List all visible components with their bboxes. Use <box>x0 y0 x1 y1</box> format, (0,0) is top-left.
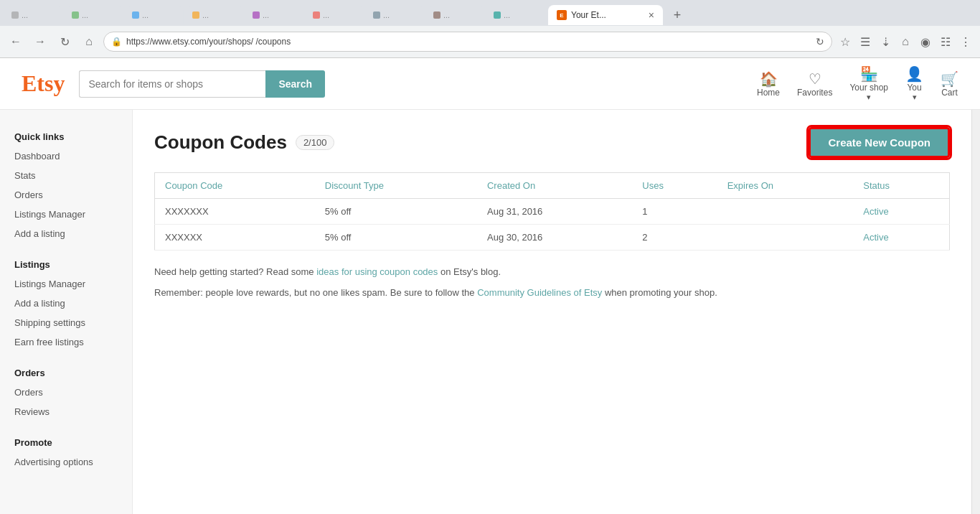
search-input[interactable] <box>79 70 265 98</box>
row2-status[interactable]: Active <box>863 232 888 243</box>
you-chevron: ▾ <box>913 93 917 102</box>
bg-tab-7[interactable]: ... <box>367 6 425 24</box>
sidebar-item-stats[interactable]: Stats <box>0 166 132 185</box>
new-tab-button[interactable]: + <box>667 5 687 25</box>
nav-icons: ☆ ☰ ⇣ ⌂ ◉ ☷ ⋮ <box>837 33 974 50</box>
bookmark-icon[interactable]: ☆ <box>837 33 854 50</box>
browser-home-icon[interactable]: ⌂ <box>897 33 914 50</box>
download-icon[interactable]: ⇣ <box>877 33 894 50</box>
col-status: Status <box>853 173 949 199</box>
help-link-guidelines[interactable]: Community Guidelines of Etsy <box>477 287 602 298</box>
bg-tab-1[interactable]: ... <box>6 6 63 24</box>
main-layout: Quick links Dashboard Stats Orders Listi… <box>0 110 980 514</box>
nav-you[interactable]: 👤 You ▾ <box>905 65 923 102</box>
sidebar-item-add-listing-ql[interactable]: Add a listing <box>0 224 132 243</box>
header-nav: 🏠 Home ♡ Favorites 🏪 Your shop ▾ 👤 You ▾… <box>757 65 958 102</box>
shield-icon[interactable]: ◉ <box>917 33 934 50</box>
row2-uses: 2 <box>632 225 717 251</box>
row1-expires-on <box>717 199 854 225</box>
sidebar-section-listings: Listings <box>0 252 132 274</box>
page-title-row: Coupon Codes 2/100 Create New Coupon <box>154 127 950 158</box>
col-uses: Uses <box>632 173 717 199</box>
you-label: You <box>907 83 921 93</box>
tab-favicon: E <box>557 10 567 20</box>
nav-favorites[interactable]: ♡ Favorites <box>797 70 832 98</box>
row1-uses: 1 <box>632 199 717 225</box>
page-header: Etsy Search 🏠 Home ♡ Favorites 🏪 Your sh… <box>0 58 980 110</box>
sidebar: Quick links Dashboard Stats Orders Listi… <box>0 110 133 514</box>
reload-button[interactable]: ↻ <box>55 32 75 52</box>
you-icon: 👤 <box>905 65 923 83</box>
scrollbar[interactable] <box>971 110 980 514</box>
browser-chrome: ... ... ... ... ... ... ... ... ... E Yo… <box>0 0 980 58</box>
address-bar[interactable]: 🔒 https://www.etsy.com/your/shops/ /coup… <box>103 32 832 52</box>
page-title: Coupon Codes <box>154 131 287 154</box>
col-discount-type: Discount Type <box>315 173 477 199</box>
back-button[interactable]: ← <box>6 32 26 52</box>
nav-cart[interactable]: 🛒 Cart <box>941 70 958 98</box>
nav-bar: ← → ↻ ⌂ 🔒 https://www.etsy.com/your/shop… <box>0 26 980 57</box>
sidebar-divider-2 <box>0 352 132 360</box>
home-icon: 🏠 <box>760 70 778 88</box>
extensions-icon[interactable]: ☷ <box>937 33 954 50</box>
col-expires-on: Expires On <box>717 173 854 199</box>
home-label: Home <box>757 88 780 98</box>
row1-created-on: Aug 31, 2016 <box>477 199 632 225</box>
bg-tab-4[interactable]: ... <box>187 6 244 24</box>
row1-discount-type: 5% off <box>315 199 477 225</box>
sidebar-item-shipping-settings[interactable]: Shipping settings <box>0 313 132 332</box>
sidebar-item-listings-manager[interactable]: Listings Manager <box>0 274 132 294</box>
menu-icon[interactable]: ⋮ <box>957 33 974 50</box>
tab-bar: ... ... ... ... ... ... ... ... ... E Yo… <box>0 0 980 26</box>
help-text-post: when promoting your shop. <box>602 287 717 298</box>
bookmark-list-icon[interactable]: ☰ <box>857 33 874 50</box>
sidebar-section-quick-links: Quick links <box>0 124 132 146</box>
sidebar-item-orders-ql[interactable]: Orders <box>0 185 132 205</box>
bg-tab-3[interactable]: ... <box>126 6 184 24</box>
bg-tab-8[interactable]: ... <box>428 6 485 24</box>
nav-your-shop[interactable]: 🏪 Your shop ▾ <box>849 65 888 102</box>
help-text-2: Remember: people love rewards, but no on… <box>154 286 950 301</box>
favorites-icon: ♡ <box>809 70 821 88</box>
favorites-label: Favorites <box>797 88 832 98</box>
table-body: XXXXXXX 5% off Aug 31, 2016 1 Active XXX… <box>155 199 950 251</box>
etsy-logo[interactable]: Etsy <box>22 70 65 97</box>
url-text: https://www.etsy.com/your/shops/ /coupon… <box>126 37 816 47</box>
row2-code: XXXXXX <box>155 225 315 251</box>
your-shop-chevron: ▾ <box>867 93 871 102</box>
sidebar-section-promote: Promote <box>0 430 132 452</box>
forward-button[interactable]: → <box>30 32 50 52</box>
bg-tab-9[interactable]: ... <box>488 6 545 24</box>
sidebar-item-advertising-options[interactable]: Advertising options <box>0 452 132 472</box>
nav-home[interactable]: 🏠 Home <box>757 70 780 98</box>
home-button[interactable]: ⌂ <box>79 32 99 52</box>
sidebar-item-add-listing[interactable]: Add a listing <box>0 294 132 313</box>
bg-tab-6[interactable]: ... <box>307 6 364 24</box>
active-tab[interactable]: E Your Et... × <box>548 5 663 25</box>
table-header: Coupon Code Discount Type Created On Use… <box>155 173 950 199</box>
sidebar-section-orders: Orders <box>0 360 132 383</box>
help-text: Need help getting started? Read some ide… <box>154 265 950 280</box>
count-badge: 2/100 <box>296 135 335 150</box>
header-left: Etsy Search <box>22 70 325 98</box>
search-button[interactable]: Search <box>265 70 325 98</box>
sidebar-divider-1 <box>0 243 132 252</box>
row1-code: XXXXXXX <box>155 199 315 225</box>
sidebar-item-earn-free-listings[interactable]: Earn free listings <box>0 332 132 352</box>
row1-status[interactable]: Active <box>863 206 888 217</box>
help-link-ideas[interactable]: ideas for using coupon codes <box>316 266 438 277</box>
content: Coupon Codes 2/100 Create New Coupon Cou… <box>133 110 971 514</box>
cart-label: Cart <box>941 88 958 98</box>
sidebar-item-listings-manager-ql[interactable]: Listings Manager <box>0 205 132 224</box>
create-coupon-button[interactable]: Create New Coupon <box>809 127 950 158</box>
sidebar-item-dashboard[interactable]: Dashboard <box>0 146 132 166</box>
sidebar-item-orders[interactable]: Orders <box>0 383 132 402</box>
page-title-left: Coupon Codes 2/100 <box>154 131 334 154</box>
bg-tab-5[interactable]: ... <box>247 6 304 24</box>
row2-created-on: Aug 30, 2016 <box>477 225 632 251</box>
help-text-mid: on Etsy's blog. <box>438 266 501 277</box>
sidebar-item-reviews[interactable]: Reviews <box>0 402 132 421</box>
bg-tab-2[interactable]: ... <box>66 6 123 24</box>
tab-close-button[interactable]: × <box>649 9 654 21</box>
coupon-table: Coupon Code Discount Type Created On Use… <box>154 172 950 251</box>
